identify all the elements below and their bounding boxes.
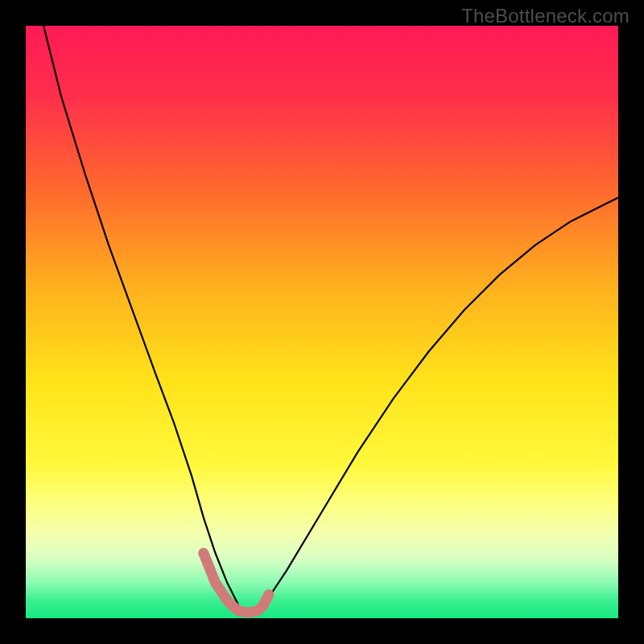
chart-plot-area — [26, 26, 618, 618]
bottleneck-curve — [43, 26, 618, 615]
chart-svg — [26, 26, 618, 618]
watermark-text: TheBottleneck.com — [461, 5, 630, 27]
chart-frame: TheBottleneck.com — [0, 0, 644, 644]
highlight-band — [204, 553, 269, 613]
